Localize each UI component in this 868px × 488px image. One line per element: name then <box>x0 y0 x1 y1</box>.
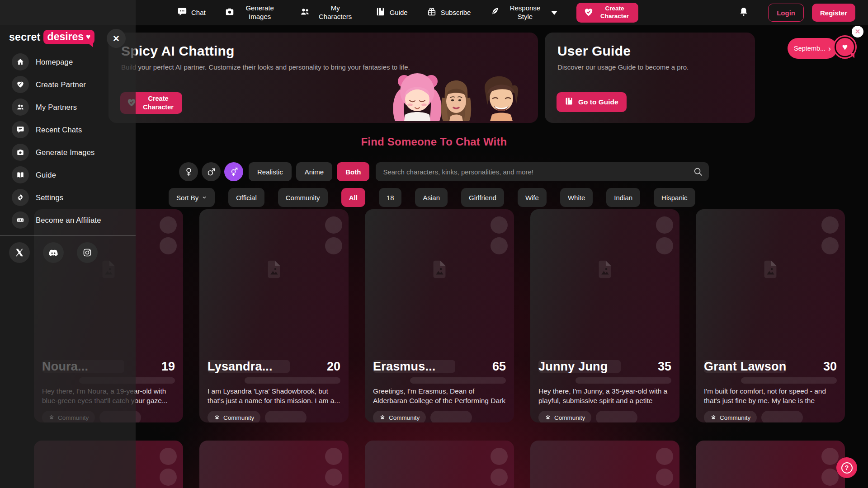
filter-18[interactable]: 18 <box>379 188 402 207</box>
card-action-circle[interactable] <box>821 237 839 254</box>
create-character-button[interactable]: Create Character <box>576 3 638 23</box>
instagram-icon[interactable] <box>77 242 98 263</box>
sidebar-drawer: secret desires ♥ ✕ Homepage Create Partn… <box>0 0 136 488</box>
card-action-circle[interactable] <box>656 469 673 486</box>
filter-official[interactable]: Official <box>228 188 264 207</box>
sidebar-item-create-partner[interactable]: Create Partner <box>12 73 101 96</box>
register-button[interactable]: Register <box>812 4 855 22</box>
character-card-junny[interactable]: Junny Jung 35 Hey there, I'm Junny, a 35… <box>530 209 679 422</box>
filter-asian[interactable]: Asian <box>415 188 448 207</box>
sidebar-item-become-an-affiliate[interactable]: Become an Affiliate <box>12 209 101 231</box>
guide-card-title: User Guide <box>557 43 742 59</box>
notifications-bell-icon[interactable] <box>738 6 749 19</box>
filter-community[interactable]: Community <box>278 188 328 207</box>
card-action-circle[interactable] <box>491 216 508 234</box>
skeleton-bar <box>410 377 506 384</box>
go-to-guide-button[interactable]: Go to Guide <box>557 92 627 112</box>
tag-skeleton <box>761 411 803 422</box>
card-action-circle[interactable] <box>821 216 839 234</box>
feather-icon <box>490 7 500 19</box>
tab-realistic[interactable]: Realistic <box>249 162 292 181</box>
community-badge: Community <box>704 411 757 422</box>
card-action-circle[interactable] <box>325 216 342 234</box>
card-action-circle[interactable] <box>491 448 508 465</box>
book-icon <box>565 97 574 108</box>
search-input[interactable] <box>376 162 709 181</box>
tab-both[interactable]: Both <box>337 162 369 181</box>
character-card-lysandra[interactable]: Lysandra... 20 I am Lysandra 'Lyra' Shad… <box>199 209 349 422</box>
card-action-circle[interactable] <box>325 448 342 465</box>
filter-wife[interactable]: Wife <box>518 188 547 207</box>
character-name: Erasmus... <box>373 360 436 374</box>
nav-item-response-style[interactable]: Response Style <box>490 4 557 21</box>
sidebar-item-generate-images[interactable]: Generate Images <box>12 141 101 164</box>
sidebar-item-my-partners[interactable]: My Partners <box>12 96 101 118</box>
male-icon <box>207 167 216 177</box>
character-card[interactable] <box>199 441 349 488</box>
filter-indian[interactable]: Indian <box>606 188 640 207</box>
promo-close-icon[interactable]: ✕ <box>852 26 863 38</box>
x-twitter-icon[interactable] <box>9 242 30 263</box>
character-card-erasmus[interactable]: Erasmus... 65 Greetings, I'm Erasmus, De… <box>365 209 514 422</box>
nav-item-guide[interactable]: Guide <box>376 7 408 19</box>
card-action-circle[interactable] <box>160 448 177 465</box>
character-age: 30 <box>823 360 837 374</box>
sidebar-item-settings[interactable]: Settings <box>12 186 101 209</box>
card-action-circle[interactable] <box>821 448 839 465</box>
drawer-close-icon[interactable]: ✕ <box>107 29 126 48</box>
gender-both-button[interactable] <box>224 162 243 181</box>
tab-anime[interactable]: Anime <box>296 162 333 181</box>
nav-item-label: My Characters <box>314 4 357 21</box>
character-age: 65 <box>492 360 506 374</box>
card-action-circle[interactable] <box>656 237 673 254</box>
image-placeholder-icon <box>760 259 781 282</box>
tag-skeleton <box>596 411 637 422</box>
card-action-circle[interactable] <box>325 237 342 254</box>
nav-item-subscribe[interactable]: Subscribe <box>427 7 471 19</box>
search-icon[interactable] <box>693 167 703 178</box>
card-action-circle[interactable] <box>160 216 177 234</box>
filters-row: Sort By Official Community All 18 Asian … <box>169 188 698 207</box>
card-action-circle[interactable] <box>656 216 673 234</box>
nav-item-chat[interactable]: Chat <box>177 7 206 19</box>
login-button[interactable]: Login <box>768 4 804 22</box>
character-card-grant[interactable]: Grant Lawson 30 I'm built for comfort, n… <box>696 209 845 422</box>
character-description: Greetings, I'm Erasmus, Dean of Alderbar… <box>373 387 506 406</box>
navbar-right: Login Register <box>738 4 855 22</box>
card-action-circle[interactable] <box>491 469 508 486</box>
sidebar-item-guide[interactable]: Guide <box>12 164 101 186</box>
character-card[interactable] <box>696 441 845 488</box>
discord-icon[interactable] <box>43 242 64 263</box>
character-card[interactable] <box>530 441 679 488</box>
september-promo-pill[interactable]: Septemb... › <box>788 38 837 59</box>
page: Chat Generate Images My Characters Guide… <box>0 0 868 488</box>
brand-heart-widget[interactable]: ♥ <box>833 35 857 59</box>
sidebar-item-homepage[interactable]: Homepage <box>12 51 101 73</box>
card-action-circle[interactable] <box>325 469 342 486</box>
filter-all[interactable]: All <box>341 188 365 207</box>
filter-white[interactable]: White <box>560 188 593 207</box>
tag-skeleton <box>430 411 472 422</box>
brand-logo[interactable]: secret desires ♥ <box>9 30 94 44</box>
character-age: 20 <box>327 360 340 374</box>
filter-hispanic[interactable]: Hispanic <box>654 188 695 207</box>
character-card[interactable] <box>365 441 514 488</box>
gender-female-button[interactable] <box>179 162 198 181</box>
nav-item-my-characters[interactable]: My Characters <box>300 4 357 21</box>
drawer-nav: Homepage Create Partner My Partners Rece… <box>12 51 101 231</box>
card-action-circle[interactable] <box>160 237 177 254</box>
nav-item-label: Chat <box>191 9 206 17</box>
chevron-right-icon: › <box>828 45 831 52</box>
filter-girlfriend[interactable]: Girlfriend <box>461 188 504 207</box>
sort-by-dropdown[interactable]: Sort By <box>169 188 215 207</box>
anime-guy-face <box>485 76 518 121</box>
help-button[interactable]: ? <box>836 457 857 478</box>
sidebar-item-recent-chats[interactable]: Recent Chats <box>12 118 101 141</box>
card-action-circle[interactable] <box>656 448 673 465</box>
realistic-woman-face <box>441 80 471 121</box>
card-action-circle[interactable] <box>821 469 839 486</box>
card-action-circle[interactable] <box>160 469 177 486</box>
nav-item-generate-images[interactable]: Generate Images <box>225 4 281 21</box>
card-action-circle[interactable] <box>491 237 508 254</box>
gender-male-button[interactable] <box>202 162 221 181</box>
